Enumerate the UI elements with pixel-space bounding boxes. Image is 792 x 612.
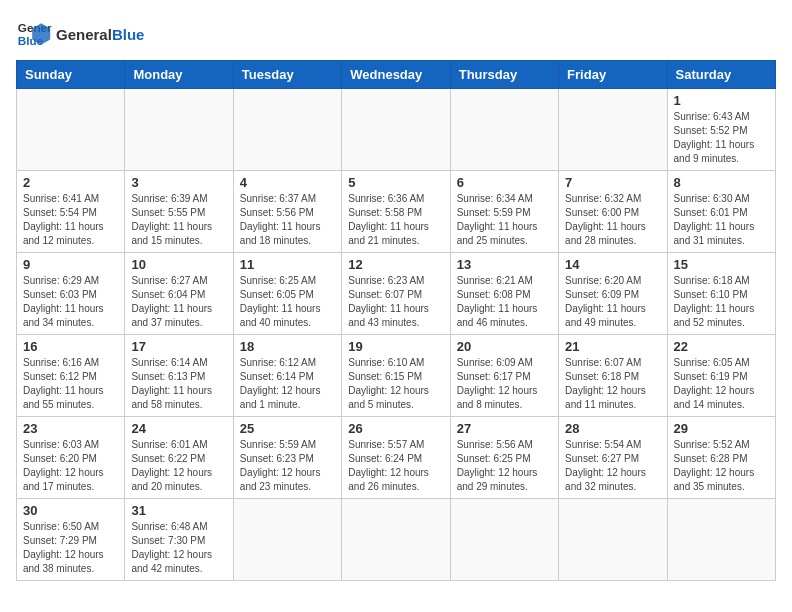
calendar-row: 2Sunrise: 6:41 AM Sunset: 5:54 PM Daylig… bbox=[17, 171, 776, 253]
weekday-header-row: SundayMondayTuesdayWednesdayThursdayFrid… bbox=[17, 61, 776, 89]
weekday-header-wednesday: Wednesday bbox=[342, 61, 450, 89]
day-info: Sunrise: 6:37 AM Sunset: 5:56 PM Dayligh… bbox=[240, 192, 335, 248]
day-number: 16 bbox=[23, 339, 118, 354]
day-number: 22 bbox=[674, 339, 769, 354]
day-cell-30: 30Sunrise: 6:50 AM Sunset: 7:29 PM Dayli… bbox=[17, 499, 125, 581]
empty-cell bbox=[125, 89, 233, 171]
day-cell-25: 25Sunrise: 5:59 AM Sunset: 6:23 PM Dayli… bbox=[233, 417, 341, 499]
day-number: 24 bbox=[131, 421, 226, 436]
day-info: Sunrise: 6:16 AM Sunset: 6:12 PM Dayligh… bbox=[23, 356, 118, 412]
day-cell-23: 23Sunrise: 6:03 AM Sunset: 6:20 PM Dayli… bbox=[17, 417, 125, 499]
day-number: 6 bbox=[457, 175, 552, 190]
day-cell-10: 10Sunrise: 6:27 AM Sunset: 6:04 PM Dayli… bbox=[125, 253, 233, 335]
day-cell-11: 11Sunrise: 6:25 AM Sunset: 6:05 PM Dayli… bbox=[233, 253, 341, 335]
day-info: Sunrise: 6:30 AM Sunset: 6:01 PM Dayligh… bbox=[674, 192, 769, 248]
day-info: Sunrise: 6:18 AM Sunset: 6:10 PM Dayligh… bbox=[674, 274, 769, 330]
day-cell-8: 8Sunrise: 6:30 AM Sunset: 6:01 PM Daylig… bbox=[667, 171, 775, 253]
day-number: 28 bbox=[565, 421, 660, 436]
day-number: 11 bbox=[240, 257, 335, 272]
day-cell-27: 27Sunrise: 5:56 AM Sunset: 6:25 PM Dayli… bbox=[450, 417, 558, 499]
day-info: Sunrise: 5:54 AM Sunset: 6:27 PM Dayligh… bbox=[565, 438, 660, 494]
day-number: 14 bbox=[565, 257, 660, 272]
day-cell-1: 1Sunrise: 6:43 AM Sunset: 5:52 PM Daylig… bbox=[667, 89, 775, 171]
calendar-row: 9Sunrise: 6:29 AM Sunset: 6:03 PM Daylig… bbox=[17, 253, 776, 335]
day-number: 30 bbox=[23, 503, 118, 518]
day-info: Sunrise: 6:09 AM Sunset: 6:17 PM Dayligh… bbox=[457, 356, 552, 412]
day-info: Sunrise: 6:25 AM Sunset: 6:05 PM Dayligh… bbox=[240, 274, 335, 330]
weekday-header-monday: Monday bbox=[125, 61, 233, 89]
day-number: 4 bbox=[240, 175, 335, 190]
day-cell-2: 2Sunrise: 6:41 AM Sunset: 5:54 PM Daylig… bbox=[17, 171, 125, 253]
day-cell-29: 29Sunrise: 5:52 AM Sunset: 6:28 PM Dayli… bbox=[667, 417, 775, 499]
day-number: 13 bbox=[457, 257, 552, 272]
day-info: Sunrise: 6:14 AM Sunset: 6:13 PM Dayligh… bbox=[131, 356, 226, 412]
calendar-row: 23Sunrise: 6:03 AM Sunset: 6:20 PM Dayli… bbox=[17, 417, 776, 499]
day-number: 17 bbox=[131, 339, 226, 354]
day-info: Sunrise: 5:59 AM Sunset: 6:23 PM Dayligh… bbox=[240, 438, 335, 494]
logo: General Blue GeneralBlue bbox=[16, 16, 144, 52]
day-cell-12: 12Sunrise: 6:23 AM Sunset: 6:07 PM Dayli… bbox=[342, 253, 450, 335]
page-header: General Blue GeneralBlue bbox=[16, 16, 776, 52]
day-info: Sunrise: 5:56 AM Sunset: 6:25 PM Dayligh… bbox=[457, 438, 552, 494]
empty-cell bbox=[17, 89, 125, 171]
day-info: Sunrise: 6:20 AM Sunset: 6:09 PM Dayligh… bbox=[565, 274, 660, 330]
day-cell-21: 21Sunrise: 6:07 AM Sunset: 6:18 PM Dayli… bbox=[559, 335, 667, 417]
day-info: Sunrise: 6:07 AM Sunset: 6:18 PM Dayligh… bbox=[565, 356, 660, 412]
calendar-row: 1Sunrise: 6:43 AM Sunset: 5:52 PM Daylig… bbox=[17, 89, 776, 171]
day-info: Sunrise: 6:27 AM Sunset: 6:04 PM Dayligh… bbox=[131, 274, 226, 330]
day-cell-24: 24Sunrise: 6:01 AM Sunset: 6:22 PM Dayli… bbox=[125, 417, 233, 499]
day-number: 25 bbox=[240, 421, 335, 436]
empty-cell bbox=[233, 89, 341, 171]
day-info: Sunrise: 6:03 AM Sunset: 6:20 PM Dayligh… bbox=[23, 438, 118, 494]
day-number: 23 bbox=[23, 421, 118, 436]
day-info: Sunrise: 6:32 AM Sunset: 6:00 PM Dayligh… bbox=[565, 192, 660, 248]
day-info: Sunrise: 6:50 AM Sunset: 7:29 PM Dayligh… bbox=[23, 520, 118, 576]
day-cell-6: 6Sunrise: 6:34 AM Sunset: 5:59 PM Daylig… bbox=[450, 171, 558, 253]
day-info: Sunrise: 6:43 AM Sunset: 5:52 PM Dayligh… bbox=[674, 110, 769, 166]
day-number: 26 bbox=[348, 421, 443, 436]
day-cell-13: 13Sunrise: 6:21 AM Sunset: 6:08 PM Dayli… bbox=[450, 253, 558, 335]
day-cell-26: 26Sunrise: 5:57 AM Sunset: 6:24 PM Dayli… bbox=[342, 417, 450, 499]
calendar-row: 16Sunrise: 6:16 AM Sunset: 6:12 PM Dayli… bbox=[17, 335, 776, 417]
empty-cell bbox=[667, 499, 775, 581]
day-number: 2 bbox=[23, 175, 118, 190]
day-number: 7 bbox=[565, 175, 660, 190]
day-cell-16: 16Sunrise: 6:16 AM Sunset: 6:12 PM Dayli… bbox=[17, 335, 125, 417]
logo-text: GeneralBlue bbox=[56, 26, 144, 43]
day-info: Sunrise: 6:29 AM Sunset: 6:03 PM Dayligh… bbox=[23, 274, 118, 330]
day-number: 1 bbox=[674, 93, 769, 108]
empty-cell bbox=[450, 499, 558, 581]
day-number: 21 bbox=[565, 339, 660, 354]
day-cell-22: 22Sunrise: 6:05 AM Sunset: 6:19 PM Dayli… bbox=[667, 335, 775, 417]
weekday-header-tuesday: Tuesday bbox=[233, 61, 341, 89]
day-number: 19 bbox=[348, 339, 443, 354]
day-number: 5 bbox=[348, 175, 443, 190]
day-cell-3: 3Sunrise: 6:39 AM Sunset: 5:55 PM Daylig… bbox=[125, 171, 233, 253]
day-info: Sunrise: 6:21 AM Sunset: 6:08 PM Dayligh… bbox=[457, 274, 552, 330]
day-info: Sunrise: 5:52 AM Sunset: 6:28 PM Dayligh… bbox=[674, 438, 769, 494]
day-cell-18: 18Sunrise: 6:12 AM Sunset: 6:14 PM Dayli… bbox=[233, 335, 341, 417]
weekday-header-friday: Friday bbox=[559, 61, 667, 89]
day-number: 29 bbox=[674, 421, 769, 436]
weekday-header-thursday: Thursday bbox=[450, 61, 558, 89]
day-info: Sunrise: 6:36 AM Sunset: 5:58 PM Dayligh… bbox=[348, 192, 443, 248]
day-cell-9: 9Sunrise: 6:29 AM Sunset: 6:03 PM Daylig… bbox=[17, 253, 125, 335]
day-cell-7: 7Sunrise: 6:32 AM Sunset: 6:00 PM Daylig… bbox=[559, 171, 667, 253]
day-info: Sunrise: 6:34 AM Sunset: 5:59 PM Dayligh… bbox=[457, 192, 552, 248]
calendar-row: 30Sunrise: 6:50 AM Sunset: 7:29 PM Dayli… bbox=[17, 499, 776, 581]
empty-cell bbox=[233, 499, 341, 581]
empty-cell bbox=[342, 499, 450, 581]
day-cell-5: 5Sunrise: 6:36 AM Sunset: 5:58 PM Daylig… bbox=[342, 171, 450, 253]
day-info: Sunrise: 5:57 AM Sunset: 6:24 PM Dayligh… bbox=[348, 438, 443, 494]
empty-cell bbox=[559, 499, 667, 581]
day-info: Sunrise: 6:48 AM Sunset: 7:30 PM Dayligh… bbox=[131, 520, 226, 576]
day-number: 18 bbox=[240, 339, 335, 354]
day-cell-19: 19Sunrise: 6:10 AM Sunset: 6:15 PM Dayli… bbox=[342, 335, 450, 417]
day-number: 20 bbox=[457, 339, 552, 354]
day-number: 27 bbox=[457, 421, 552, 436]
day-info: Sunrise: 6:39 AM Sunset: 5:55 PM Dayligh… bbox=[131, 192, 226, 248]
day-number: 9 bbox=[23, 257, 118, 272]
day-number: 12 bbox=[348, 257, 443, 272]
day-cell-31: 31Sunrise: 6:48 AM Sunset: 7:30 PM Dayli… bbox=[125, 499, 233, 581]
day-number: 31 bbox=[131, 503, 226, 518]
